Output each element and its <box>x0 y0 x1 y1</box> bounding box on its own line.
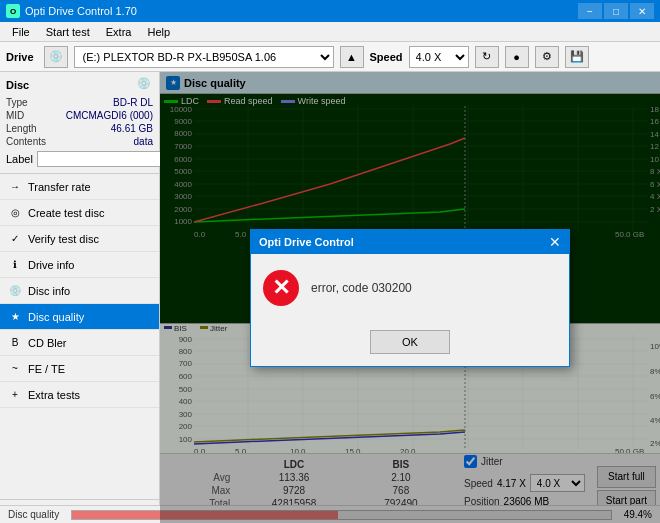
refresh-button[interactable]: ↻ <box>475 46 499 68</box>
disc-contents-label: Contents <box>6 136 46 147</box>
drive-eject-button[interactable]: ▲ <box>340 46 364 68</box>
content-area: ★ Disc quality LDC Read speed Write spee… <box>160 72 660 523</box>
modal-title: Opti Drive Control <box>259 236 354 248</box>
disc-panel-title: Disc <box>6 79 29 91</box>
sidebar-item-disc-quality-label: Disc quality <box>28 311 84 323</box>
close-button[interactable]: ✕ <box>630 3 654 19</box>
modal-dialog: Opti Drive Control ✕ ✕ error, code 03020… <box>250 229 570 367</box>
create-test-disc-icon: ◎ <box>8 206 22 220</box>
disc-panel-icon: 💿 <box>137 77 153 93</box>
drive-select[interactable]: (E:) PLEXTOR BD-R PX-LB950SA 1.06 <box>74 46 334 68</box>
sidebar-item-fe-te-label: FE / TE <box>28 363 65 375</box>
maximize-button[interactable]: □ <box>604 3 628 19</box>
sidebar-item-create-test-disc-label: Create test disc <box>28 207 104 219</box>
save-icon-btn[interactable]: 💾 <box>565 46 589 68</box>
sidebar: Disc 💿 Type BD-R DL MID CMCMAGDI6 (000) … <box>0 72 160 523</box>
sidebar-item-disc-info-label: Disc info <box>28 285 70 297</box>
sidebar-item-verify-test-disc-label: Verify test disc <box>28 233 99 245</box>
menu-help[interactable]: Help <box>139 24 178 40</box>
settings-icon-btn[interactable]: ⚙ <box>535 46 559 68</box>
speed-select[interactable]: 4.0 X <box>409 46 469 68</box>
title-bar: O Opti Drive Control 1.70 − □ ✕ <box>0 0 660 22</box>
verify-test-disc-icon: ✓ <box>8 232 22 246</box>
drive-bar: Drive 💿 (E:) PLEXTOR BD-R PX-LB950SA 1.0… <box>0 42 660 72</box>
transfer-rate-icon: → <box>8 180 22 194</box>
drive-icon: 💿 <box>44 46 68 68</box>
disc-quality-icon: ★ <box>8 310 22 324</box>
disc-type-label: Type <box>6 97 28 108</box>
title-bar-controls: − □ ✕ <box>578 3 654 19</box>
sidebar-item-cd-bler[interactable]: B CD Bler <box>0 330 159 356</box>
disc-length-value: 46.61 GB <box>111 123 153 134</box>
extra-tests-icon: + <box>8 388 22 402</box>
disc-icon-btn[interactable]: ● <box>505 46 529 68</box>
modal-message: error, code 030200 <box>311 281 412 295</box>
app-title: Opti Drive Control 1.70 <box>25 5 137 17</box>
sidebar-item-drive-info-label: Drive info <box>28 259 74 271</box>
disc-type-row: Type BD-R DL <box>6 97 153 108</box>
disc-label-input[interactable] <box>37 151 170 167</box>
menu-start-test[interactable]: Start test <box>38 24 98 40</box>
modal-body: ✕ error, code 030200 <box>251 254 569 322</box>
modal-footer: OK <box>251 322 569 366</box>
menu-file[interactable]: File <box>4 24 38 40</box>
sidebar-item-disc-info[interactable]: 💿 Disc info <box>0 278 159 304</box>
sidebar-item-extra-tests-label: Extra tests <box>28 389 80 401</box>
disc-panel: Disc 💿 Type BD-R DL MID CMCMAGDI6 (000) … <box>0 72 159 174</box>
modal-overlay[interactable]: Opti Drive Control ✕ ✕ error, code 03020… <box>160 72 660 523</box>
disc-length-label: Length <box>6 123 37 134</box>
drive-info-icon: ℹ <box>8 258 22 272</box>
menu-bar: File Start test Extra Help <box>0 22 660 42</box>
sidebar-item-verify-test-disc[interactable]: ✓ Verify test disc <box>0 226 159 252</box>
speed-label: Speed <box>370 51 403 63</box>
disc-type-value: BD-R DL <box>113 97 153 108</box>
sidebar-item-transfer-rate-label: Transfer rate <box>28 181 91 193</box>
disc-contents-value: data <box>134 136 153 147</box>
disc-length-row: Length 46.61 GB <box>6 123 153 134</box>
menu-extra[interactable]: Extra <box>98 24 140 40</box>
fe-te-icon: ~ <box>8 362 22 376</box>
sidebar-item-cd-bler-label: CD Bler <box>28 337 67 349</box>
sidebar-item-extra-tests[interactable]: + Extra tests <box>0 382 159 408</box>
sidebar-item-create-test-disc[interactable]: ◎ Create test disc <box>0 200 159 226</box>
drive-label: Drive <box>6 51 34 63</box>
disc-contents-row: Contents data <box>6 136 153 147</box>
disc-label-row: Label 🔍 <box>6 150 153 168</box>
minimize-button[interactable]: − <box>578 3 602 19</box>
error-icon: ✕ <box>263 270 299 306</box>
disc-mid-label: MID <box>6 110 24 121</box>
modal-title-bar: Opti Drive Control ✕ <box>251 230 569 254</box>
sidebar-item-drive-info[interactable]: ℹ Drive info <box>0 252 159 278</box>
cd-bler-icon: B <box>8 336 22 350</box>
status-label: Disc quality <box>0 509 67 520</box>
disc-info-icon: 💿 <box>8 284 22 298</box>
sidebar-item-disc-quality[interactable]: ★ Disc quality <box>0 304 159 330</box>
disc-mid-value: CMCMAGDI6 (000) <box>66 110 153 121</box>
app-icon: O <box>6 4 20 18</box>
disc-mid-row: MID CMCMAGDI6 (000) <box>6 110 153 121</box>
modal-ok-button[interactable]: OK <box>370 330 450 354</box>
sidebar-item-fe-te[interactable]: ~ FE / TE <box>0 356 159 382</box>
main-area: Disc 💿 Type BD-R DL MID CMCMAGDI6 (000) … <box>0 72 660 523</box>
sidebar-item-transfer-rate[interactable]: → Transfer rate <box>0 174 159 200</box>
modal-close-button[interactable]: ✕ <box>549 235 561 249</box>
sidebar-nav: → Transfer rate ◎ Create test disc ✓ Ver… <box>0 174 159 499</box>
disc-label-text: Label <box>6 153 33 165</box>
